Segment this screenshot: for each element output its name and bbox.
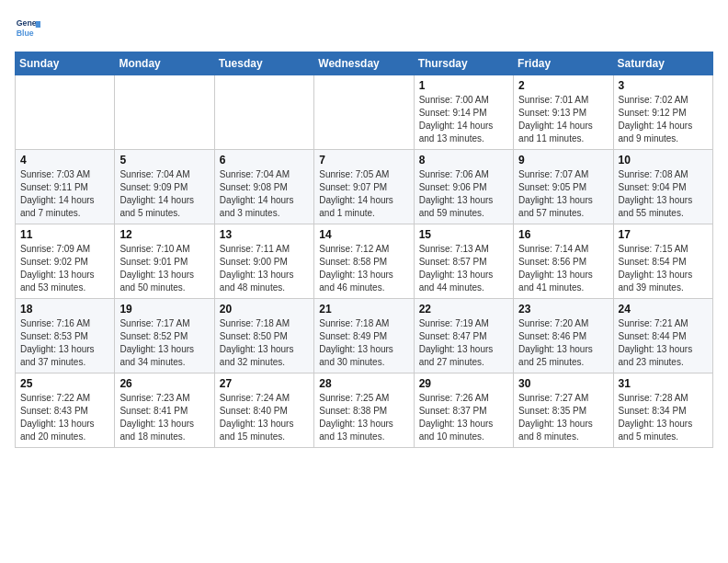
calendar-cell: 13Sunrise: 7:11 AM Sunset: 9:00 PM Dayli…	[214, 224, 313, 299]
day-number: 4	[20, 154, 109, 167]
calendar-week-row: 25Sunrise: 7:22 AM Sunset: 8:43 PM Dayli…	[16, 373, 713, 448]
calendar-cell: 7Sunrise: 7:05 AM Sunset: 9:07 PM Daylig…	[314, 150, 414, 224]
day-info: Sunrise: 7:18 AM Sunset: 8:49 PM Dayligh…	[319, 317, 408, 369]
day-number: 30	[518, 377, 608, 390]
day-info: Sunrise: 7:28 AM Sunset: 8:34 PM Dayligh…	[619, 392, 708, 443]
day-info: Sunrise: 7:17 AM Sunset: 8:52 PM Dayligh…	[119, 317, 209, 369]
day-number: 9	[518, 154, 608, 167]
calendar-cell: 27Sunrise: 7:24 AM Sunset: 8:40 PM Dayli…	[214, 373, 313, 448]
day-info: Sunrise: 7:02 AM Sunset: 9:12 PM Dayligh…	[619, 94, 708, 145]
calendar-cell: 25Sunrise: 7:22 AM Sunset: 8:43 PM Dayli…	[16, 373, 115, 448]
calendar-week-row: 4Sunrise: 7:03 AM Sunset: 9:11 PM Daylig…	[16, 150, 713, 224]
day-number: 24	[619, 303, 708, 316]
day-number: 23	[518, 303, 608, 316]
weekday-header: Monday	[115, 52, 214, 75]
calendar-cell	[16, 75, 115, 150]
calendar-cell: 26Sunrise: 7:23 AM Sunset: 8:41 PM Dayli…	[115, 373, 214, 448]
day-info: Sunrise: 7:19 AM Sunset: 8:47 PM Dayligh…	[419, 317, 508, 369]
calendar-cell: 29Sunrise: 7:26 AM Sunset: 8:37 PM Dayli…	[414, 373, 513, 448]
calendar-cell: 4Sunrise: 7:03 AM Sunset: 9:11 PM Daylig…	[16, 150, 115, 224]
calendar-cell: 31Sunrise: 7:28 AM Sunset: 8:34 PM Dayli…	[613, 373, 712, 448]
calendar-cell: 24Sunrise: 7:21 AM Sunset: 8:44 PM Dayli…	[613, 299, 712, 373]
calendar-cell: 2Sunrise: 7:01 AM Sunset: 9:13 PM Daylig…	[514, 75, 613, 150]
day-number: 16	[518, 228, 608, 241]
calendar-cell: 16Sunrise: 7:14 AM Sunset: 8:56 PM Dayli…	[514, 224, 613, 299]
day-info: Sunrise: 7:22 AM Sunset: 8:43 PM Dayligh…	[20, 392, 109, 443]
day-info: Sunrise: 7:09 AM Sunset: 9:02 PM Dayligh…	[20, 243, 109, 294]
calendar-cell: 1Sunrise: 7:00 AM Sunset: 9:14 PM Daylig…	[414, 75, 513, 150]
day-info: Sunrise: 7:15 AM Sunset: 8:54 PM Dayligh…	[619, 243, 708, 294]
calendar-cell: 28Sunrise: 7:25 AM Sunset: 8:38 PM Dayli…	[314, 373, 414, 448]
calendar-cell	[115, 75, 214, 150]
day-info: Sunrise: 7:27 AM Sunset: 8:35 PM Dayligh…	[518, 392, 608, 443]
day-info: Sunrise: 7:25 AM Sunset: 8:38 PM Dayligh…	[319, 392, 408, 443]
day-info: Sunrise: 7:24 AM Sunset: 8:40 PM Dayligh…	[220, 392, 309, 443]
weekday-header: Saturday	[613, 52, 712, 75]
calendar-cell: 19Sunrise: 7:17 AM Sunset: 8:52 PM Dayli…	[115, 299, 214, 373]
day-number: 21	[319, 303, 408, 316]
day-info: Sunrise: 7:13 AM Sunset: 8:57 PM Dayligh…	[419, 243, 508, 294]
day-number: 25	[20, 377, 109, 390]
day-number: 6	[220, 154, 309, 167]
calendar-cell: 10Sunrise: 7:08 AM Sunset: 9:04 PM Dayli…	[613, 150, 712, 224]
calendar-cell: 3Sunrise: 7:02 AM Sunset: 9:12 PM Daylig…	[613, 75, 712, 150]
day-number: 1	[419, 79, 508, 92]
day-number: 31	[619, 377, 708, 390]
day-info: Sunrise: 7:00 AM Sunset: 9:14 PM Dayligh…	[419, 94, 508, 145]
day-info: Sunrise: 7:16 AM Sunset: 8:53 PM Dayligh…	[20, 317, 109, 369]
calendar-cell	[314, 75, 414, 150]
page-header: General Blue	[15, 15, 713, 40]
calendar-week-row: 18Sunrise: 7:16 AM Sunset: 8:53 PM Dayli…	[16, 299, 713, 373]
day-info: Sunrise: 7:07 AM Sunset: 9:05 PM Dayligh…	[518, 168, 608, 220]
weekday-header: Thursday	[414, 52, 513, 75]
calendar-cell: 17Sunrise: 7:15 AM Sunset: 8:54 PM Dayli…	[613, 224, 712, 299]
day-info: Sunrise: 7:23 AM Sunset: 8:41 PM Dayligh…	[119, 392, 209, 443]
day-info: Sunrise: 7:11 AM Sunset: 9:00 PM Dayligh…	[220, 243, 309, 294]
calendar-cell: 30Sunrise: 7:27 AM Sunset: 8:35 PM Dayli…	[514, 373, 613, 448]
logo: General Blue	[15, 15, 44, 40]
day-number: 28	[319, 377, 408, 390]
day-number: 22	[419, 303, 508, 316]
day-number: 14	[319, 228, 408, 241]
svg-text:Blue: Blue	[17, 29, 34, 38]
calendar-cell: 5Sunrise: 7:04 AM Sunset: 9:09 PM Daylig…	[115, 150, 214, 224]
day-info: Sunrise: 7:14 AM Sunset: 8:56 PM Dayligh…	[518, 243, 608, 294]
calendar-cell: 21Sunrise: 7:18 AM Sunset: 8:49 PM Dayli…	[314, 299, 414, 373]
day-number: 11	[20, 228, 109, 241]
day-number: 13	[220, 228, 309, 241]
day-number: 12	[119, 228, 209, 241]
day-info: Sunrise: 7:03 AM Sunset: 9:11 PM Dayligh…	[20, 168, 109, 220]
day-info: Sunrise: 7:10 AM Sunset: 9:01 PM Dayligh…	[119, 243, 209, 294]
day-number: 19	[119, 303, 209, 316]
day-number: 20	[220, 303, 309, 316]
day-number: 8	[419, 154, 508, 167]
day-info: Sunrise: 7:20 AM Sunset: 8:46 PM Dayligh…	[518, 317, 608, 369]
calendar-table: SundayMondayTuesdayWednesdayThursdayFrid…	[15, 52, 713, 448]
weekday-header: Wednesday	[314, 52, 414, 75]
day-info: Sunrise: 7:06 AM Sunset: 9:06 PM Dayligh…	[419, 168, 508, 220]
day-number: 3	[619, 79, 708, 92]
day-number: 26	[119, 377, 209, 390]
day-info: Sunrise: 7:05 AM Sunset: 9:07 PM Dayligh…	[319, 168, 408, 220]
weekday-header: Tuesday	[214, 52, 313, 75]
day-number: 18	[20, 303, 109, 316]
calendar-cell: 14Sunrise: 7:12 AM Sunset: 8:58 PM Dayli…	[314, 224, 414, 299]
weekday-header-row: SundayMondayTuesdayWednesdayThursdayFrid…	[16, 52, 713, 75]
weekday-header: Friday	[514, 52, 613, 75]
calendar-cell: 8Sunrise: 7:06 AM Sunset: 9:06 PM Daylig…	[414, 150, 513, 224]
calendar-week-row: 11Sunrise: 7:09 AM Sunset: 9:02 PM Dayli…	[16, 224, 713, 299]
day-info: Sunrise: 7:04 AM Sunset: 9:09 PM Dayligh…	[119, 168, 209, 220]
calendar-cell: 20Sunrise: 7:18 AM Sunset: 8:50 PM Dayli…	[214, 299, 313, 373]
weekday-header: Sunday	[16, 52, 115, 75]
calendar-cell: 23Sunrise: 7:20 AM Sunset: 8:46 PM Dayli…	[514, 299, 613, 373]
day-info: Sunrise: 7:04 AM Sunset: 9:08 PM Dayligh…	[220, 168, 309, 220]
day-number: 7	[319, 154, 408, 167]
day-info: Sunrise: 7:01 AM Sunset: 9:13 PM Dayligh…	[518, 94, 608, 145]
day-number: 2	[518, 79, 608, 92]
calendar-week-row: 1Sunrise: 7:00 AM Sunset: 9:14 PM Daylig…	[16, 75, 713, 150]
day-info: Sunrise: 7:08 AM Sunset: 9:04 PM Dayligh…	[619, 168, 708, 220]
day-info: Sunrise: 7:26 AM Sunset: 8:37 PM Dayligh…	[419, 392, 508, 443]
calendar-cell: 18Sunrise: 7:16 AM Sunset: 8:53 PM Dayli…	[16, 299, 115, 373]
calendar-cell: 15Sunrise: 7:13 AM Sunset: 8:57 PM Dayli…	[414, 224, 513, 299]
day-number: 15	[419, 228, 508, 241]
